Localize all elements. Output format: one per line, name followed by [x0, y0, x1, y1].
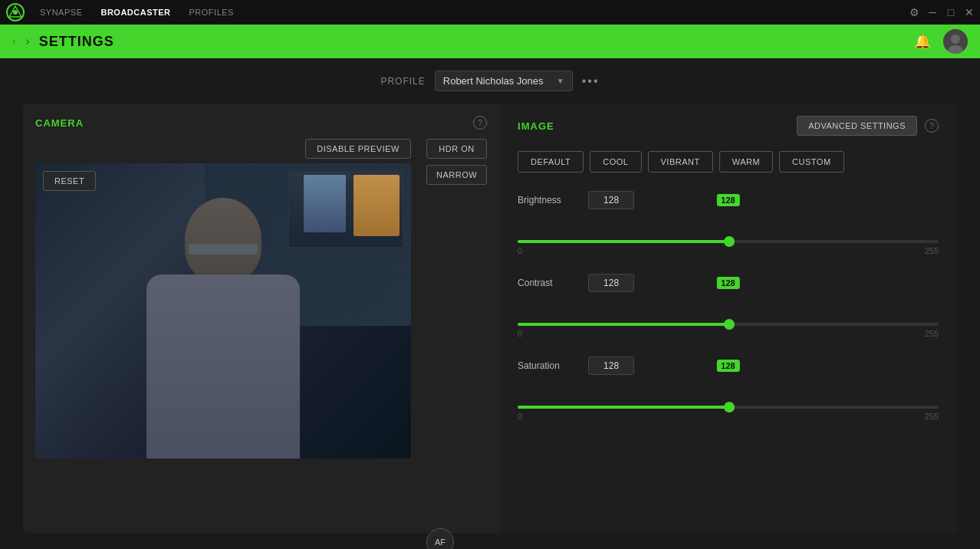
header-left: ‹ › SETTINGS: [12, 34, 114, 50]
saturation-label: Saturation: [518, 360, 579, 371]
forward-arrow-icon[interactable]: ›: [25, 35, 29, 48]
notification-bell-icon[interactable]: 🔔: [914, 33, 931, 50]
brightness-track: [518, 240, 939, 243]
contrast-track: [518, 323, 939, 326]
preset-cool-button[interactable]: COOL: [590, 151, 641, 173]
contrast-range: 0 255: [518, 329, 939, 338]
reset-button[interactable]: RESET: [43, 171, 96, 191]
brightness-max: 255: [925, 246, 939, 255]
brightness-min: 0: [518, 246, 522, 255]
af-button[interactable]: AF: [426, 528, 454, 549]
camera-body: DISABLE PREVIEW: [35, 139, 487, 549]
saturation-track: [518, 406, 939, 409]
advanced-settings-button[interactable]: ADVANCED SETTINGS: [797, 116, 917, 136]
image-header-right: ADVANCED SETTINGS ?: [797, 116, 939, 136]
panels: CAMERA ? DISABLE PREVIEW: [0, 104, 980, 533]
saturation-thumb[interactable]: [724, 402, 735, 413]
brightness-thumb[interactable]: [724, 236, 735, 247]
brightness-slider-wrapper: 128: [518, 215, 939, 243]
camera-help-icon[interactable]: ?: [473, 116, 487, 130]
brightness-label: Brightness: [518, 195, 579, 205]
brightness-section: Brightness 128 0 255: [518, 191, 939, 255]
narrow-button[interactable]: NARROW: [426, 165, 487, 185]
af-spacer: AF: [426, 344, 487, 549]
brightness-value-input[interactable]: [588, 191, 634, 209]
nav-profiles[interactable]: PROFILES: [189, 8, 234, 17]
contrast-thumb[interactable]: [724, 319, 735, 330]
saturation-max: 255: [925, 412, 939, 421]
brightness-tooltip: 128: [716, 194, 739, 206]
preset-default-button[interactable]: DEFAULT: [518, 151, 584, 173]
image-header: IMAGE ADVANCED SETTINGS ?: [518, 116, 939, 136]
contrast-min: 0: [518, 329, 522, 338]
camera-preview-wrapper: DISABLE PREVIEW: [35, 139, 411, 459]
contrast-tooltip: 128: [716, 277, 739, 289]
saturation-section: Saturation 128 0 255: [518, 357, 939, 421]
camera-right-controls: HDR ON NARROW AF: [426, 139, 487, 549]
camera-label: CAMERA: [35, 117, 84, 129]
saturation-fill: [518, 406, 729, 409]
title-bar-controls: ⚙ ─ □ ✕: [909, 8, 974, 17]
disable-preview-button[interactable]: DISABLE PREVIEW: [305, 139, 411, 159]
main-content: PROFILE Robert Nicholas Jones ▼ ••• CAME…: [0, 58, 980, 549]
saturation-slider-container: 128 0 255: [518, 381, 939, 421]
hdr-button[interactable]: HDR ON: [426, 139, 487, 159]
contrast-label: Contrast: [518, 278, 579, 288]
camera-panel: CAMERA ? DISABLE PREVIEW: [23, 104, 499, 533]
title-bar-left: SYNAPSE BROADCASTER PROFILES: [6, 3, 234, 21]
app-logo: [6, 3, 25, 21]
back-arrow-icon[interactable]: ‹: [12, 35, 16, 48]
contrast-slider-container: 128 0 255: [518, 298, 939, 338]
nav-synapse[interactable]: SYNAPSE: [40, 8, 82, 17]
header-right: 🔔: [914, 29, 968, 54]
disable-preview-row: DISABLE PREVIEW: [35, 139, 411, 159]
saturation-min: 0: [518, 412, 522, 421]
saturation-tooltip: 128: [716, 360, 739, 372]
settings-icon[interactable]: ⚙: [909, 8, 919, 17]
brightness-fill: [518, 240, 729, 243]
profile-dropdown[interactable]: Robert Nicholas Jones ▼: [435, 71, 573, 91]
contrast-section: Contrast 128 0 255: [518, 274, 939, 338]
saturation-slider-wrapper: 128: [518, 381, 939, 409]
camera-header: CAMERA ?: [35, 116, 487, 130]
contrast-fill: [518, 323, 729, 326]
profile-more-button[interactable]: •••: [582, 74, 600, 88]
title-bar-nav: SYNAPSE BROADCASTER PROFILES: [40, 8, 234, 17]
dropdown-arrow-icon: ▼: [557, 77, 564, 85]
brightness-range: 0 255: [518, 246, 939, 255]
page-title: SETTINGS: [39, 34, 114, 50]
close-icon[interactable]: ✕: [965, 8, 974, 17]
contrast-max: 255: [925, 329, 939, 338]
profile-label: PROFILE: [380, 76, 425, 87]
brightness-slider-container: 128 0 255: [518, 215, 939, 255]
profile-row: PROFILE Robert Nicholas Jones ▼ •••: [0, 71, 980, 91]
person-figure: [100, 198, 346, 459]
preset-buttons: DEFAULT COOL VIBRANT WARM CUSTOM: [518, 151, 939, 173]
nav-broadcaster[interactable]: BROADCASTER: [100, 8, 170, 17]
preset-custom-button[interactable]: CUSTOM: [779, 151, 844, 173]
title-bar: SYNAPSE BROADCASTER PROFILES ⚙ ─ □ ✕: [0, 0, 980, 25]
poster-1: [354, 175, 400, 236]
svg-point-2: [13, 10, 18, 15]
avatar[interactable]: [943, 29, 968, 54]
saturation-range: 0 255: [518, 412, 939, 421]
minimize-icon[interactable]: ─: [928, 8, 937, 17]
profile-name: Robert Nicholas Jones: [443, 75, 551, 87]
camera-preview: RESET: [35, 163, 411, 459]
svg-point-4: [951, 35, 960, 44]
maximize-icon[interactable]: □: [946, 8, 955, 17]
image-help-icon[interactable]: ?: [925, 119, 939, 133]
contrast-value-input[interactable]: [588, 274, 634, 292]
preset-warm-button[interactable]: WARM: [719, 151, 773, 173]
image-panel: IMAGE ADVANCED SETTINGS ? DEFAULT COOL V…: [499, 104, 957, 533]
contrast-slider-wrapper: 128: [518, 298, 939, 326]
preset-vibrant-button[interactable]: VIBRANT: [648, 151, 713, 173]
camera-preview-bg: RESET: [35, 163, 411, 459]
header-bar: ‹ › SETTINGS 🔔: [0, 25, 980, 58]
saturation-value-input[interactable]: [588, 357, 634, 375]
image-label: IMAGE: [518, 120, 554, 132]
